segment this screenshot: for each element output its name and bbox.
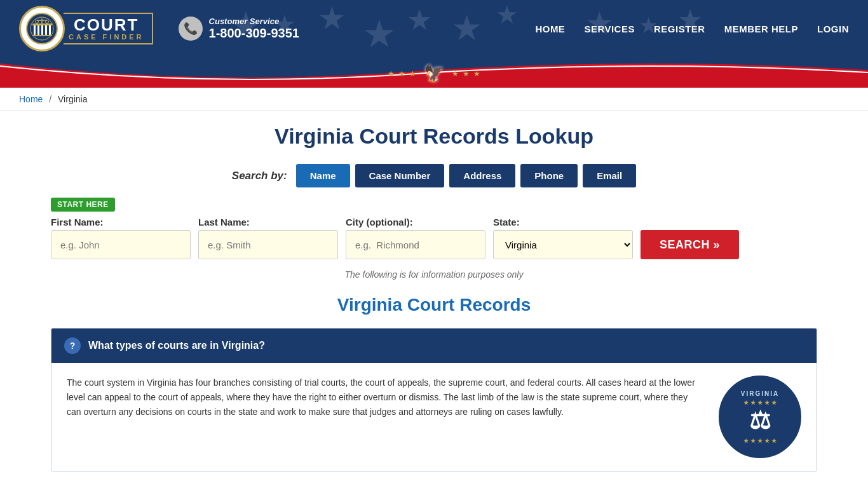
svg-rect-5 [45, 25, 47, 35]
faq-text: The court system in Virginia has four br… [67, 376, 703, 458]
star: ★ [452, 69, 459, 78]
logo: COURT CASE FINDER [19, 6, 153, 51]
tab-address[interactable]: Address [449, 164, 515, 187]
first-name-label: First Name: [51, 217, 191, 227]
first-name-input[interactable] [51, 230, 191, 259]
breadcrumb-separator: / [49, 94, 51, 104]
logo-icon [25, 12, 58, 45]
svg-rect-6 [49, 25, 51, 35]
city-input[interactable] [346, 230, 485, 259]
star: ★ [473, 69, 480, 78]
bg-star: ★ [407, 3, 432, 37]
virginia-seal: VIRGINIA ★ ★ ★ ★ ★ ⚖ ★ ★ ★ ★ ★ [719, 376, 801, 458]
eagle-icon: 🦅 [424, 64, 444, 83]
state-field: State: Virginia Alabama Alaska Arizona A… [493, 217, 633, 259]
logo-text: COURT CASE FINDER [64, 13, 153, 44]
faq-question: What types of courts are in Virginia? [88, 340, 265, 351]
eagle-container: ★ ★ ★ 🦅 ★ ★ ★ [388, 64, 480, 83]
search-form: First Name: Last Name: City (optional): … [51, 217, 817, 259]
main-content: Virginia Court Records Lookup Search by:… [0, 111, 868, 484]
start-here-badge: START HERE [51, 198, 115, 212]
seal-scales-icon: ⚖ [749, 409, 771, 433]
logo-court-text: COURT [74, 17, 139, 33]
tab-email[interactable]: Email [583, 164, 636, 187]
customer-service-label: Customer Service [209, 17, 299, 26]
seal-top-text: VIRGINIA [741, 390, 779, 397]
phone-text: Customer Service 1-800-309-9351 [209, 17, 299, 41]
search-by-label: Search by: [232, 170, 287, 182]
nav-register[interactable]: REGISTER [654, 24, 705, 34]
wave-banner: ★ ★ ★ 🦅 ★ ★ ★ [0, 57, 868, 88]
nav-login[interactable]: LOGIN [817, 24, 849, 34]
bg-star: ★ [496, 0, 519, 29]
stars-left: ★ ★ ★ [388, 69, 416, 78]
faq-icon: ? [64, 337, 81, 354]
svg-rect-4 [41, 25, 43, 35]
faq-header[interactable]: ? What types of courts are in Virginia? [51, 329, 817, 363]
tab-case-number[interactable]: Case Number [355, 164, 445, 187]
state-label: State: [493, 217, 633, 227]
bg-star: ★ [362, 11, 397, 56]
svg-rect-2 [34, 25, 36, 35]
search-button[interactable]: SEARCH » [641, 230, 739, 259]
nav-home[interactable]: HOME [535, 24, 565, 34]
state-select[interactable]: Virginia Alabama Alaska Arizona Arkansas… [493, 230, 633, 259]
logo-circle [19, 6, 65, 51]
seal-stars-bottom: ★ ★ ★ ★ ★ [743, 438, 777, 444]
star: ★ [388, 69, 395, 78]
bg-star: ★ [318, 0, 346, 37]
header-phone: 📞 Customer Service 1-800-309-9351 [179, 17, 299, 41]
last-name-field: Last Name: [198, 217, 338, 259]
last-name-input[interactable] [198, 230, 338, 259]
last-name-label: Last Name: [198, 217, 338, 227]
breadcrumb: Home / Virginia [0, 88, 868, 111]
svg-rect-3 [37, 25, 39, 35]
header-left: COURT CASE FINDER 📞 Customer Service 1-8… [19, 6, 299, 51]
phone-icon: 📞 [179, 17, 203, 41]
svg-rect-8 [32, 35, 52, 36]
info-note: The following is for information purpose… [51, 269, 817, 280]
star: ★ [409, 69, 416, 78]
phone-number: 1-800-309-9351 [209, 26, 299, 41]
stars-right: ★ ★ ★ [452, 69, 480, 78]
breadcrumb-home[interactable]: Home [19, 94, 43, 104]
faq-item: ? What types of courts are in Virginia? … [51, 328, 817, 471]
first-name-field: First Name: [51, 217, 191, 259]
section-title: Virginia Court Records [51, 295, 817, 315]
nav-member-help[interactable]: MEMBER HELP [724, 24, 798, 34]
city-label: City (optional): [346, 217, 485, 227]
page-title: Virginia Court Records Lookup [51, 124, 817, 149]
star: ★ [398, 69, 405, 78]
tab-phone[interactable]: Phone [520, 164, 578, 187]
nav-services[interactable]: SERVICES [584, 24, 635, 34]
logo-casefinder-text: CASE FINDER [69, 33, 144, 41]
star: ★ [463, 69, 470, 78]
faq-body: The court system in Virginia has four br… [51, 363, 817, 471]
city-field: City (optional): [346, 217, 485, 259]
search-by-row: Search by: Name Case Number Address Phon… [51, 164, 817, 187]
breadcrumb-current: Virginia [58, 94, 87, 104]
site-header: ★ ★ ★ ★ ★ ★ ★ ★ ★ ★ [0, 0, 868, 57]
tab-name[interactable]: Name [296, 164, 350, 187]
seal-stars-top: ★ ★ ★ ★ ★ [743, 400, 777, 406]
seal-inner: VIRGINIA ★ ★ ★ ★ ★ ⚖ ★ ★ ★ ★ ★ [721, 378, 799, 456]
main-nav: HOME SERVICES REGISTER MEMBER HELP LOGIN [535, 24, 849, 34]
bg-star: ★ [451, 8, 482, 48]
svg-rect-7 [32, 24, 52, 25]
